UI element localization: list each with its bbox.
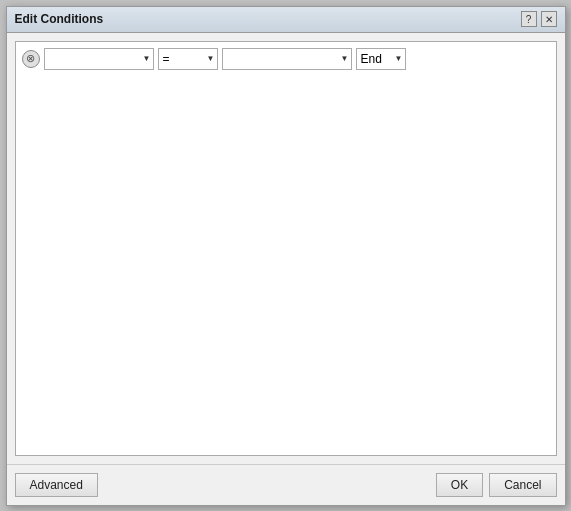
footer-right: OK Cancel: [436, 473, 557, 497]
dialog-footer: Advanced OK Cancel: [7, 464, 565, 505]
value-select[interactable]: [222, 48, 352, 70]
dialog-title: Edit Conditions: [15, 12, 104, 26]
ok-button[interactable]: OK: [436, 473, 483, 497]
field-select-wrapper: [44, 48, 154, 70]
close-button[interactable]: ✕: [541, 11, 557, 27]
cancel-button[interactable]: Cancel: [489, 473, 556, 497]
value-select-wrapper: [222, 48, 352, 70]
help-button[interactable]: ?: [521, 11, 537, 27]
remove-condition-button[interactable]: ⊗: [22, 50, 40, 68]
dialog-body: ⊗ = En: [7, 33, 565, 464]
footer-left: Advanced: [15, 473, 98, 497]
conditions-area: ⊗ = En: [15, 41, 557, 456]
logic-select[interactable]: End: [356, 48, 406, 70]
title-buttons: ? ✕: [521, 11, 557, 27]
condition-row: ⊗ = En: [22, 48, 550, 70]
advanced-button[interactable]: Advanced: [15, 473, 98, 497]
operator-select[interactable]: =: [158, 48, 218, 70]
field-select[interactable]: [44, 48, 154, 70]
edit-conditions-dialog: Edit Conditions ? ✕ ⊗ =: [6, 6, 566, 506]
logic-select-wrapper: End: [356, 48, 406, 70]
operator-select-wrapper: =: [158, 48, 218, 70]
title-bar: Edit Conditions ? ✕: [7, 7, 565, 33]
